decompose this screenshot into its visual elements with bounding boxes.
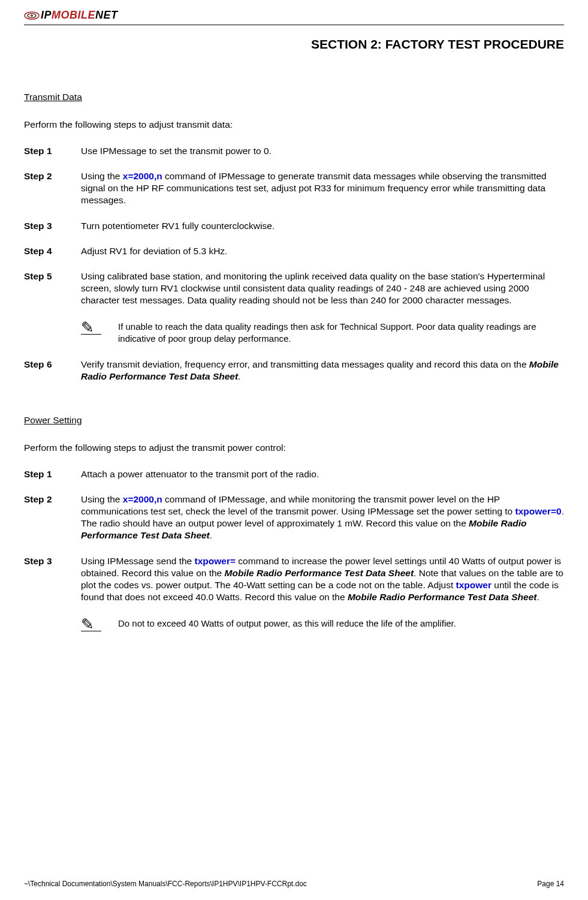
pencil-icon: ✎ — [81, 320, 104, 335]
datasheet-ref: Mobile Radio Performance Test Data Sheet — [348, 592, 537, 602]
step-label: Step 4 — [24, 245, 81, 257]
transmit-step-5: Step 5 Using calibrated base station, an… — [24, 270, 564, 306]
step-body: Using the x=2000,n command of IPMessage … — [81, 170, 564, 206]
transmit-intro: Perform the following steps to adjust tr… — [24, 119, 564, 131]
step-label: Step 1 — [24, 468, 81, 480]
command-text: x=2000,n — [123, 494, 162, 504]
step-body: Using IPMessage send the txpower= comman… — [81, 555, 564, 604]
step-label: Step 2 — [24, 170, 81, 182]
step-label: Step 3 — [24, 555, 81, 567]
svg-point-2 — [31, 14, 33, 17]
transmit-heading: Transmit Data — [24, 91, 564, 103]
step-label: Step 2 — [24, 493, 81, 505]
power-note: ✎ Do not to exceed 40 Watts of output po… — [81, 618, 564, 633]
page: IPMOBILENET SECTION 2: FACTORY TEST PROC… — [0, 0, 588, 900]
step-label: Step 3 — [24, 220, 81, 232]
step-body: Adjust RV1 for deviation of 5.3 kHz. — [81, 245, 564, 257]
logo-icon — [24, 10, 40, 22]
step-body: Verify transmit deviation, frequency err… — [81, 359, 564, 383]
command-text: txpower — [456, 580, 491, 590]
step-body: Using calibrated base station, and monit… — [81, 270, 564, 306]
note-text: Do not to exceed 40 Watts of output powe… — [118, 618, 564, 630]
power-step-2: Step 2 Using the x=2000,n command of IPM… — [24, 493, 564, 542]
datasheet-ref: Mobile Radio Performance Test Data Sheet — [225, 568, 414, 578]
step-body: Using the x=2000,n command of IPMessage,… — [81, 493, 564, 542]
transmit-step-3: Step 3 Turn potentiometer RV1 fully coun… — [24, 220, 564, 232]
step-body: Use IPMessage to set the transmit power … — [81, 145, 564, 157]
transmit-step-4: Step 4 Adjust RV1 for deviation of 5.3 k… — [24, 245, 564, 257]
command-text: txpower= — [195, 556, 236, 566]
transmit-step-6: Step 6 Verify transmit deviation, freque… — [24, 359, 564, 383]
step-label: Step 5 — [24, 270, 81, 282]
section-title: SECTION 2: FACTORY TEST PROCEDURE — [24, 36, 564, 52]
content: Transmit Data Perform the following step… — [24, 53, 564, 633]
power-section: Power Setting Perform the following step… — [24, 414, 564, 633]
step-label: Step 1 — [24, 145, 81, 157]
footer-path: ~\Technical Documentation\System Manuals… — [24, 880, 307, 889]
transmit-note: ✎ If unable to reach the data quality re… — [81, 321, 564, 344]
note-text: If unable to reach the data quality read… — [118, 321, 564, 344]
step-body: Attach a power attenuator to the transmi… — [81, 468, 564, 480]
logo: IPMOBILENET — [24, 8, 118, 22]
power-step-1: Step 1 Attach a power attenuator to the … — [24, 468, 564, 480]
transmit-step-2: Step 2 Using the x=2000,n command of IPM… — [24, 170, 564, 206]
command-text: txpower=0 — [515, 506, 562, 516]
step-label: Step 6 — [24, 359, 81, 371]
step-body: Turn potentiometer RV1 fully countercloc… — [81, 220, 564, 232]
footer-page: Page 14 — [537, 880, 564, 889]
power-intro: Perform the following steps to adjust th… — [24, 442, 564, 454]
logo-text: IPMOBILENET — [41, 8, 118, 22]
transmit-step-1: Step 1 Use IPMessage to set the transmit… — [24, 145, 564, 157]
command-text: x=2000,n — [123, 171, 162, 181]
page-header: IPMOBILENET — [24, 6, 564, 23]
header-rule — [24, 25, 564, 25]
power-heading: Power Setting — [24, 414, 564, 426]
power-step-3: Step 3 Using IPMessage send the txpower=… — [24, 555, 564, 604]
page-footer: ~\Technical Documentation\System Manuals… — [24, 880, 564, 889]
pencil-icon: ✎ — [81, 616, 104, 631]
